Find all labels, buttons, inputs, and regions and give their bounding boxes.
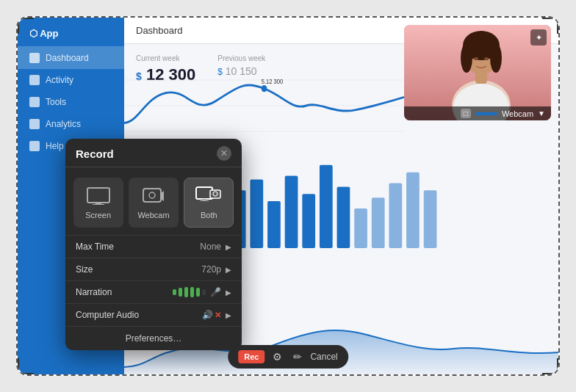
record-panel: Record × Screen (65, 139, 242, 350)
bottom-toolbar: Rec ⚙ ✏ Cancel (228, 345, 348, 369)
svg-rect-44 (200, 200, 209, 201)
audio-chevron-icon: ▶ (226, 311, 231, 319)
svg-rect-26 (267, 201, 281, 248)
source-screen-label: Screen (85, 211, 111, 219)
mic-icon[interactable]: 🎤 (210, 287, 221, 297)
svg-point-9 (461, 43, 472, 73)
source-both-button[interactable]: Both (184, 178, 234, 228)
svg-rect-13 (475, 70, 487, 84)
webcam-dropdown-icon[interactable]: ▼ (538, 109, 545, 117)
computer-audio-right: 🔊 ✕ ▶ (202, 310, 231, 320)
svg-rect-33 (389, 183, 402, 248)
svg-point-14 (474, 57, 478, 60)
tools-icon (29, 97, 40, 107)
narration-bar-6 (202, 289, 206, 295)
webcam-preview: ✦ □ Webcam ▼ (404, 25, 551, 120)
webcam-label-bar: □ Webcam ▼ (404, 106, 551, 120)
sidebar-label-dashboard: Dashboard (46, 53, 89, 63)
narration-right: 🎤 ▶ (173, 287, 231, 297)
computer-audio-label: Computer Audio (76, 310, 139, 320)
maxtime-right: None ▶ (200, 242, 231, 252)
rec-button[interactable]: Rec (238, 350, 264, 363)
settings-row-maxtime[interactable]: Max Time None ▶ (65, 235, 242, 258)
narration-label: Narration (76, 287, 112, 297)
corner-bracket-bl (16, 358, 34, 376)
corner-bracket-br (542, 358, 560, 376)
source-screen-button[interactable]: Screen (73, 178, 123, 228)
sidebar-label-analytics: Analytics (46, 119, 81, 129)
dashboard-icon (29, 53, 40, 63)
size-chevron-icon: ▶ (226, 266, 231, 274)
narration-level-indicator (173, 287, 206, 297)
svg-rect-43 (202, 199, 206, 200)
maxtime-value: None (200, 242, 221, 252)
sidebar-item-activity[interactable]: Activity (18, 69, 124, 91)
svg-rect-38 (93, 204, 104, 205)
sidebar-item-tools[interactable]: Tools (18, 91, 124, 113)
svg-point-15 (484, 57, 489, 60)
corner-bracket-tl (16, 16, 34, 34)
webcam-source-icon (140, 186, 167, 206)
sidebar-label-tools: Tools (46, 97, 66, 107)
svg-rect-35 (424, 190, 437, 248)
maxtime-chevron-icon: ▶ (226, 243, 231, 251)
cancel-button[interactable]: Cancel (310, 352, 337, 362)
narration-bar-1 (173, 289, 176, 295)
record-panel-title: Record (76, 148, 114, 160)
webcam-slider[interactable] (475, 112, 497, 115)
corner-bracket-tr (542, 16, 560, 34)
size-value: 720p (201, 264, 221, 275)
sidebar-item-analytics[interactable]: Analytics (18, 113, 124, 135)
size-label: Size (76, 264, 93, 275)
settings-row-computer-audio[interactable]: Computer Audio 🔊 ✕ ▶ (65, 303, 242, 326)
webcam-size-button[interactable]: □ (461, 109, 471, 118)
narration-chevron-icon: ▶ (226, 288, 231, 297)
edit-toolbar-button[interactable]: ✏ (289, 349, 306, 365)
record-panel-header: Record × (65, 139, 242, 167)
help-icon (29, 141, 40, 151)
preferences-button[interactable]: Preferences… (65, 326, 242, 350)
svg-rect-27 (285, 176, 298, 248)
source-webcam-label: Webcam (137, 211, 169, 219)
svg-rect-36 (87, 188, 109, 203)
narration-bar-4 (190, 287, 194, 297)
source-both-label: Both (201, 211, 217, 219)
topbar-title: Dashboard (136, 25, 183, 36)
svg-rect-28 (302, 194, 315, 248)
svg-rect-25 (250, 180, 263, 249)
size-right: 720p ▶ (201, 264, 231, 275)
svg-point-3 (262, 85, 267, 92)
svg-point-41 (149, 192, 155, 198)
svg-rect-39 (143, 189, 161, 202)
activity-icon (29, 75, 40, 85)
svg-rect-30 (337, 186, 350, 248)
record-close-button[interactable]: × (217, 146, 231, 161)
svg-rect-37 (96, 203, 101, 204)
webcam-label: Webcam (502, 109, 533, 118)
sidebar-item-dashboard[interactable]: Dashboard (18, 47, 124, 69)
screen-icon (85, 186, 112, 206)
sidebar-label-help: Help (46, 141, 64, 151)
speaker-icon: 🔊 (202, 310, 213, 320)
svg-text:5.12 300: 5.12 300 (262, 77, 284, 85)
svg-rect-29 (320, 165, 333, 248)
settings-row-narration[interactable]: Narration 🎤 ▶ (65, 280, 242, 303)
narration-bar-3 (184, 287, 188, 297)
svg-rect-31 (354, 208, 367, 248)
svg-rect-32 (372, 197, 385, 248)
speaker-muted-indicator: 🔊 ✕ (202, 310, 221, 320)
narration-bar-5 (196, 288, 200, 297)
source-buttons: Screen Webcam (65, 167, 242, 235)
analytics-icon (29, 119, 40, 129)
settings-toolbar-button[interactable]: ⚙ (269, 349, 285, 365)
both-source-icon (195, 186, 222, 206)
sidebar-label-activity: Activity (46, 75, 73, 85)
svg-rect-34 (406, 173, 420, 248)
main-frame: ⬡ App Dashboard Activity Tools Analytics… (16, 16, 560, 376)
mute-icon: ✕ (215, 311, 221, 320)
source-webcam-button[interactable]: Webcam (129, 178, 179, 228)
maxtime-label: Max Time (76, 242, 114, 252)
svg-point-10 (490, 43, 502, 73)
settings-row-size[interactable]: Size 720p ▶ (65, 258, 242, 280)
narration-bar-2 (179, 288, 182, 297)
